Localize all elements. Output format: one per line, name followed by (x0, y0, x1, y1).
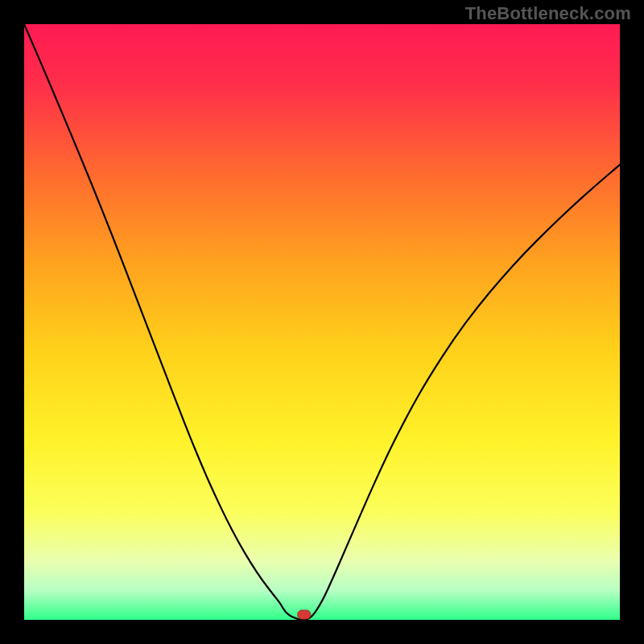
watermark-text: TheBottleneck.com (465, 3, 631, 24)
chart-frame: TheBottleneck.com (0, 0, 644, 644)
gradient-background (24, 24, 620, 620)
chart-svg (24, 24, 620, 620)
optimal-point-marker (298, 610, 311, 619)
plot-area (24, 24, 620, 620)
